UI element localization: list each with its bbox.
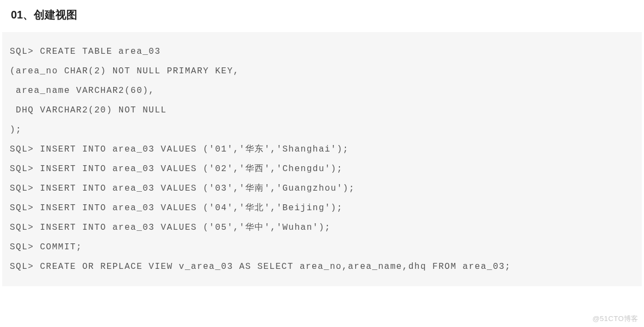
code-line: SQL> INSERT INTO area_03 VALUES ('01','华… <box>10 140 634 159</box>
code-line: SQL> CREATE OR REPLACE VIEW v_area_03 AS… <box>10 257 634 276</box>
code-line: SQL> INSERT INTO area_03 VALUES ('02','华… <box>10 159 634 179</box>
page-container: 01、创建视图 SQL> CREATE TABLE area_03 (area_… <box>0 0 644 327</box>
section-heading: 01、创建视图 <box>0 0 644 32</box>
code-line: SQL> INSERT INTO area_03 VALUES ('05','华… <box>10 218 634 237</box>
code-line: ); <box>10 120 634 140</box>
code-line: DHQ VARCHAR2(20) NOT NULL <box>10 100 634 120</box>
code-line: SQL> INSERT INTO area_03 VALUES ('03','华… <box>10 179 634 198</box>
code-line: SQL> INSERT INTO area_03 VALUES ('04','华… <box>10 198 634 218</box>
code-line: SQL> COMMIT; <box>10 237 634 257</box>
code-line: SQL> CREATE TABLE area_03 <box>10 42 634 61</box>
watermark-text: @51CTO博客 <box>592 314 639 324</box>
code-line: (area_no CHAR(2) NOT NULL PRIMARY KEY, <box>10 61 634 81</box>
code-line: area_name VARCHAR2(60), <box>10 81 634 100</box>
code-block: SQL> CREATE TABLE area_03 (area_no CHAR(… <box>2 32 642 286</box>
